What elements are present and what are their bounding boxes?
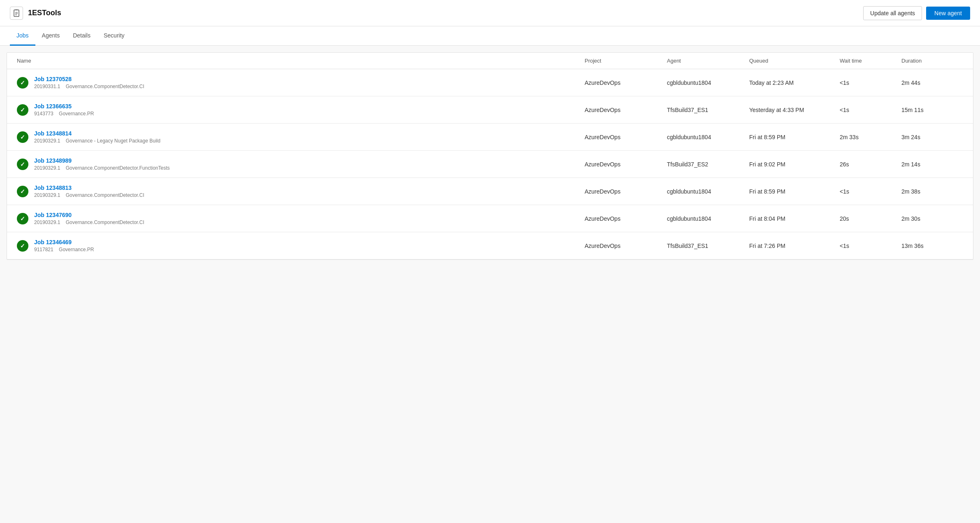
project-cell: AzureDevOps [585,215,667,222]
job-name[interactable]: Job 12348814 [34,130,165,137]
build-number: 20190329.1 [34,138,60,144]
agent-cell: TfsBuild37_ES1 [667,243,749,249]
build-number: 20190329.1 [34,192,60,198]
header-right: Update all agents New agent [863,6,970,20]
header: 1ESTools Update all agents New agent [0,0,980,26]
status-icon-success: ✓ [17,186,28,197]
job-name[interactable]: Job 12347690 [34,212,149,218]
col-name: Name [17,58,585,64]
table-body: ✓ Job 12370528 20190331.1 Governance.Com… [7,69,973,259]
pipeline-name: Governance - Legacy Nuget Package Build [66,138,160,144]
agent-cell: TfsBuild37_ES1 [667,107,749,113]
table-row: ✓ Job 12348989 20190329.1 Governance.Com… [7,151,973,178]
checkmark-icon: ✓ [20,188,25,195]
job-cell: ✓ Job 12348814 20190329.1 Governance - L… [17,130,585,144]
job-name[interactable]: Job 12348989 [34,157,174,164]
app-title: 1ESTools [28,9,61,17]
duration-cell: 2m 38s [901,188,963,195]
col-duration: Duration [901,58,963,64]
job-name[interactable]: Job 12348813 [34,184,149,191]
svg-rect-1 [15,9,18,10]
main-content: Name Project Agent Queued Wait time Dura… [7,52,973,260]
job-meta: 20190329.1 Governance.ComponentDetector.… [34,165,174,171]
duration-cell: 3m 24s [901,134,963,140]
project-cell: AzureDevOps [585,79,667,86]
job-cell: ✓ Job 12370528 20190331.1 Governance.Com… [17,76,585,89]
agent-cell: cgbldubuntu1804 [667,188,749,195]
job-cell: ✓ Job 12348989 20190329.1 Governance.Com… [17,157,585,171]
tab-jobs[interactable]: Jobs [10,26,35,46]
agent-cell: cgbldubuntu1804 [667,215,749,222]
queued-cell: Fri at 9:02 PM [749,161,840,168]
pipeline-name: Governance.ComponentDetector.CI [66,219,144,225]
duration-cell: 13m 36s [901,243,963,249]
build-number: 20190329.1 [34,219,60,225]
queued-cell: Today at 2:23 AM [749,79,840,86]
job-info: Job 12348814 20190329.1 Governance - Leg… [34,130,165,144]
table-row: ✓ Job 12348814 20190329.1 Governance - L… [7,124,973,151]
app-icon [10,7,23,20]
wait-time-cell: 2m 33s [840,134,901,140]
wait-time-cell: <1s [840,107,901,113]
pipeline-name: Governance.PR [59,247,94,252]
svg-rect-0 [14,10,19,16]
wait-time-cell: <1s [840,243,901,249]
checkmark-icon: ✓ [20,215,25,222]
project-cell: AzureDevOps [585,107,667,113]
duration-cell: 2m 44s [901,79,963,86]
pipeline-name: Governance.ComponentDetector.CI [66,192,144,198]
job-name[interactable]: Job 12346469 [34,239,98,245]
wait-time-cell: <1s [840,188,901,195]
job-name[interactable]: Job 12366635 [34,103,98,110]
table-row: ✓ Job 12347690 20190329.1 Governance.Com… [7,205,973,232]
wait-time-cell: <1s [840,79,901,86]
queued-cell: Fri at 8:04 PM [749,215,840,222]
col-agent: Agent [667,58,749,64]
job-info: Job 12348813 20190329.1 Governance.Compo… [34,184,149,198]
job-meta: 20190331.1 Governance.ComponentDetector.… [34,84,149,89]
col-queued: Queued [749,58,840,64]
job-info: Job 12348989 20190329.1 Governance.Compo… [34,157,174,171]
checkmark-icon: ✓ [20,79,25,86]
table-header: Name Project Agent Queued Wait time Dura… [7,53,973,69]
new-agent-button[interactable]: New agent [926,7,970,20]
project-cell: AzureDevOps [585,161,667,168]
build-number: 9143773 [34,111,53,117]
nav-tabs: Jobs Agents Details Security [0,26,980,46]
project-cell: AzureDevOps [585,188,667,195]
status-icon-success: ✓ [17,240,28,252]
build-number: 20190329.1 [34,165,60,171]
table-row: ✓ Job 12348813 20190329.1 Governance.Com… [7,178,973,205]
status-icon-success: ✓ [17,131,28,143]
checkmark-icon: ✓ [20,107,25,113]
job-cell: ✓ Job 12346469 9117821 Governance.PR [17,239,585,252]
status-icon-success: ✓ [17,213,28,224]
job-name[interactable]: Job 12370528 [34,76,149,82]
pipeline-name: Governance.ComponentDetector.CI [66,84,144,89]
status-icon-success: ✓ [17,159,28,170]
agent-cell: cgbldubuntu1804 [667,79,749,86]
queued-cell: Yesterday at 4:33 PM [749,107,840,113]
duration-cell: 15m 11s [901,107,963,113]
job-meta: 20190329.1 Governance.ComponentDetector.… [34,192,149,198]
pipeline-name: Governance.ComponentDetector.FunctionTes… [66,165,170,171]
build-number: 9117821 [34,247,53,252]
job-info: Job 12347690 20190329.1 Governance.Compo… [34,212,149,225]
update-all-agents-button[interactable]: Update all agents [863,6,922,20]
job-cell: ✓ Job 12348813 20190329.1 Governance.Com… [17,184,585,198]
job-info: Job 12366635 9143773 Governance.PR [34,103,98,117]
table-row: ✓ Job 12346469 9117821 Governance.PR Azu… [7,232,973,259]
agent-cell: cgbldubuntu1804 [667,134,749,140]
tab-agents[interactable]: Agents [35,26,67,46]
job-meta: 20190329.1 Governance.ComponentDetector.… [34,219,149,225]
build-number: 20190331.1 [34,84,60,89]
queued-cell: Fri at 8:59 PM [749,188,840,195]
tab-security[interactable]: Security [97,26,131,46]
job-meta: 9143773 Governance.PR [34,111,98,117]
checkmark-icon: ✓ [20,134,25,140]
wait-time-cell: 20s [840,215,901,222]
header-left: 1ESTools [10,7,61,20]
tab-details[interactable]: Details [66,26,97,46]
job-meta: 20190329.1 Governance - Legacy Nuget Pac… [34,138,165,144]
job-cell: ✓ Job 12347690 20190329.1 Governance.Com… [17,212,585,225]
